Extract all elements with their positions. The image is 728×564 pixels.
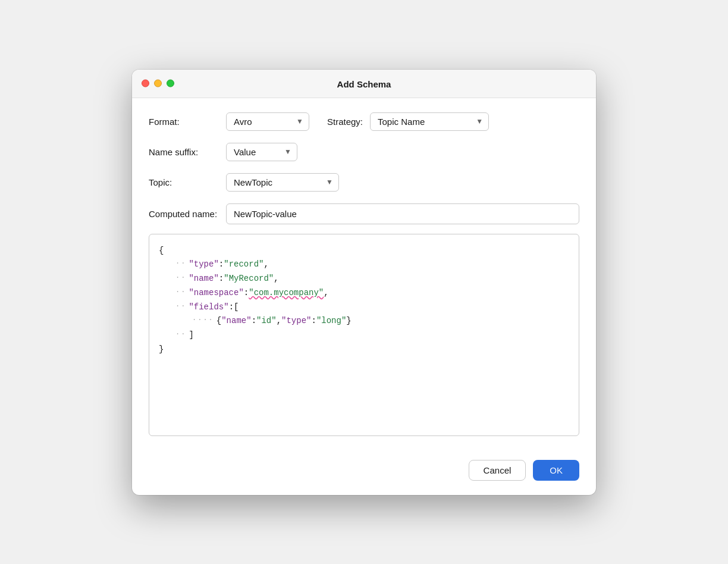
strategy-label: Strategy: bbox=[327, 117, 363, 127]
format-select[interactable]: Avro JSON Protobuf bbox=[226, 112, 309, 131]
code-line-6: ·· ] bbox=[159, 328, 569, 343]
strategy-select-wrapper: Topic Name Record Name Topic Record Name… bbox=[370, 112, 489, 131]
code-line-4: ·· "fields" : [ bbox=[159, 300, 569, 315]
topic-select[interactable]: NewTopic bbox=[226, 173, 339, 192]
code-line-0: { bbox=[159, 244, 569, 258]
computed-name-row: Computed name: bbox=[149, 203, 579, 224]
maximize-button[interactable] bbox=[167, 80, 174, 87]
strategy-group: Strategy: Topic Name Record Name Topic R… bbox=[327, 112, 489, 131]
computed-name-input[interactable] bbox=[226, 203, 579, 224]
topic-label: Topic: bbox=[149, 177, 226, 187]
add-schema-dialog: Add Schema Format: Avro JSON Protobuf ▼ … bbox=[132, 70, 596, 495]
minimize-button[interactable] bbox=[154, 80, 162, 87]
cancel-button[interactable]: Cancel bbox=[469, 460, 526, 481]
code-line-1: ·· "type" : "record" , bbox=[159, 258, 569, 272]
code-line-5: ···· { "name" : "id" , "type" : "long" } bbox=[159, 314, 569, 328]
traffic-lights bbox=[142, 80, 174, 87]
computed-name-label: Computed name: bbox=[149, 209, 226, 219]
code-line-7: } bbox=[159, 343, 569, 357]
title-bar: Add Schema bbox=[132, 70, 596, 98]
format-strategy-row: Format: Avro JSON Protobuf ▼ Strategy: T… bbox=[149, 112, 579, 131]
topic-select-wrapper: NewTopic ▼ bbox=[226, 173, 339, 192]
code-line-2: ·· "name" : "MyRecord" , bbox=[159, 272, 569, 286]
ok-button[interactable]: OK bbox=[533, 460, 579, 481]
dialog-footer: Cancel OK bbox=[132, 460, 596, 495]
format-label: Format: bbox=[149, 117, 226, 127]
name-suffix-select[interactable]: Value Key bbox=[226, 143, 297, 161]
topic-row: Topic: NewTopic ▼ bbox=[149, 173, 579, 192]
schema-code-editor[interactable]: { ·· "type" : "record" , ·· "name" : "My… bbox=[149, 234, 579, 436]
name-suffix-label: Name suffix: bbox=[149, 147, 226, 157]
close-button[interactable] bbox=[142, 80, 149, 87]
strategy-select[interactable]: Topic Name Record Name Topic Record Name bbox=[370, 112, 489, 131]
format-select-wrapper: Avro JSON Protobuf ▼ bbox=[226, 112, 309, 131]
name-suffix-select-wrapper: Value Key ▼ bbox=[226, 143, 297, 161]
name-suffix-row: Name suffix: Value Key ▼ bbox=[149, 143, 579, 161]
dialog-title: Add Schema bbox=[337, 79, 391, 89]
dialog-body: Format: Avro JSON Protobuf ▼ Strategy: T… bbox=[132, 98, 596, 460]
code-line-3: ·· "namespace" : "com.mycompany" , bbox=[159, 286, 569, 300]
